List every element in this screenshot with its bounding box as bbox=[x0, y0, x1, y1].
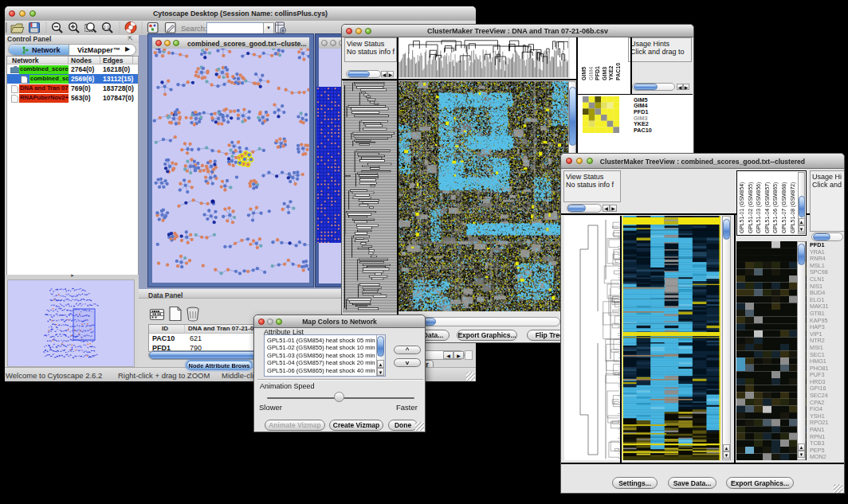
svg-text:1:1: 1:1 bbox=[104, 25, 109, 29]
